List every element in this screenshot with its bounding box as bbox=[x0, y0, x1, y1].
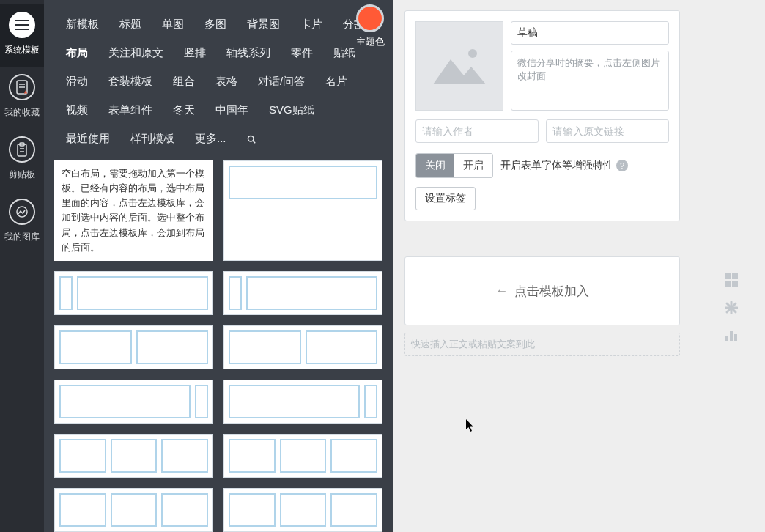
menu-item-21[interactable]: 冬天 bbox=[163, 96, 205, 125]
svg-marker-28 bbox=[466, 419, 473, 432]
menu-item-23[interactable]: SVG贴纸 bbox=[259, 96, 325, 125]
doc-star-icon bbox=[9, 74, 35, 100]
title-input[interactable] bbox=[511, 21, 669, 45]
bar-chart-icon[interactable] bbox=[724, 328, 739, 343]
layout-template[interactable] bbox=[54, 325, 213, 369]
menu-item-24[interactable]: 最近使用 bbox=[56, 125, 120, 153]
menu-item-4[interactable]: 背景图 bbox=[237, 10, 290, 39]
menu-item-5[interactable]: 卡片 bbox=[290, 10, 333, 39]
rail-item-my-images[interactable]: 我的图库 bbox=[0, 191, 44, 254]
menu-item-13[interactable]: 滑动 bbox=[56, 67, 98, 96]
template-drop-zone[interactable]: ← 点击模板加入 bbox=[404, 256, 680, 325]
rail-label: 系统模板 bbox=[4, 44, 40, 56]
layout-template[interactable] bbox=[223, 325, 382, 369]
rail-label: 我的收藏 bbox=[4, 106, 40, 119]
rail-item-clipboard[interactable]: 剪贴板 bbox=[0, 129, 44, 191]
quick-insert-input[interactable]: 快速插入正文或粘贴文案到此 bbox=[404, 333, 680, 356]
svg-point-12 bbox=[248, 136, 254, 141]
layout-template[interactable] bbox=[54, 380, 213, 424]
left-rail: 系统模板 我的收藏 剪贴板 我的图库 bbox=[0, 0, 44, 532]
svg-rect-25 bbox=[725, 336, 728, 341]
drop-hint-text: 点击模板加入 bbox=[514, 283, 589, 300]
arrow-left-icon: ← bbox=[496, 284, 509, 298]
menu-item-16[interactable]: 表格 bbox=[205, 67, 248, 96]
enhance-toggle[interactable]: 关闭 开启 bbox=[415, 153, 493, 178]
svg-line-13 bbox=[253, 141, 255, 143]
layout-template[interactable] bbox=[223, 160, 382, 261]
lines-icon bbox=[9, 12, 35, 38]
menu-item-15[interactable]: 组合 bbox=[163, 67, 205, 96]
template-panel: 新模板标题单图多图背景图卡片分割线布局关注和原文竖排轴线系列零件贴纸滑动套装模板… bbox=[44, 0, 393, 532]
category-menu: 新模板标题单图多图背景图卡片分割线布局关注和原文竖排轴线系列零件贴纸滑动套装模板… bbox=[44, 0, 393, 156]
menu-item-3[interactable]: 多图 bbox=[194, 10, 237, 39]
template-scroll[interactable]: 空白布局，需要拖动加入第一个模板。已经有内容的布局，选中布局里面的内容，点击左边… bbox=[44, 156, 393, 532]
menu-item-7[interactable]: 布局 bbox=[56, 39, 98, 67]
layout-template[interactable] bbox=[54, 488, 213, 532]
menu-item-8[interactable]: 关注和原文 bbox=[98, 39, 174, 67]
grid-view-icon[interactable] bbox=[724, 273, 739, 287]
menu-item-20[interactable]: 表单组件 bbox=[98, 96, 163, 125]
image-icon bbox=[9, 199, 35, 225]
menu-item-2[interactable]: 单图 bbox=[152, 10, 194, 39]
layout-template[interactable] bbox=[54, 434, 213, 478]
svg-rect-19 bbox=[725, 281, 731, 287]
toggle-on-button[interactable]: 开启 bbox=[454, 154, 492, 177]
layout-description: 空白布局，需要拖动加入第一个模板。已经有内容的布局，选中布局里面的内容，点击左边… bbox=[54, 160, 213, 261]
menu-item-26[interactable]: 更多... bbox=[185, 125, 237, 153]
search-icon[interactable] bbox=[237, 125, 266, 153]
article-meta-card: 微信分享时的摘要，点击左侧图片改封面 关闭 开启 开启表单字体等增强特性 ? 设… bbox=[404, 10, 680, 221]
floating-tools bbox=[724, 273, 739, 343]
editor-area: 微信分享时的摘要，点击左侧图片改封面 关闭 开启 开启表单字体等增强特性 ? 设… bbox=[404, 10, 680, 356]
menu-item-25[interactable]: 样刊模板 bbox=[120, 125, 185, 153]
set-tags-button[interactable]: 设置标签 bbox=[415, 187, 476, 210]
source-link-input[interactable] bbox=[546, 119, 669, 143]
svg-rect-17 bbox=[725, 273, 731, 279]
layout-template[interactable] bbox=[223, 488, 382, 532]
menu-item-14[interactable]: 套装模板 bbox=[98, 67, 163, 96]
menu-item-10[interactable]: 轴线系列 bbox=[216, 39, 281, 67]
layout-template[interactable] bbox=[223, 380, 382, 424]
menu-item-22[interactable]: 中国年 bbox=[205, 96, 259, 125]
svg-rect-20 bbox=[732, 281, 738, 287]
menu-item-19[interactable]: 视频 bbox=[56, 96, 98, 125]
rail-item-my-favorites[interactable]: 我的收藏 bbox=[0, 67, 44, 129]
svg-rect-18 bbox=[732, 273, 738, 279]
clipboard-icon bbox=[9, 136, 35, 163]
mouse-cursor-icon bbox=[466, 419, 475, 432]
menu-item-1[interactable]: 标题 bbox=[109, 10, 152, 39]
layout-template[interactable] bbox=[223, 271, 382, 315]
rail-item-system-templates[interactable]: 系统模板 bbox=[0, 4, 44, 67]
asterisk-icon[interactable] bbox=[724, 300, 739, 315]
menu-item-18[interactable]: 名片 bbox=[315, 67, 358, 96]
menu-item-9[interactable]: 竖排 bbox=[174, 39, 216, 67]
toggle-off-button[interactable]: 关闭 bbox=[416, 154, 454, 177]
menu-item-0[interactable]: 新模板 bbox=[56, 10, 109, 39]
svg-point-16 bbox=[468, 49, 477, 58]
rail-label: 剪贴板 bbox=[9, 169, 35, 181]
svg-rect-26 bbox=[730, 331, 733, 341]
rail-label: 我的图库 bbox=[4, 231, 40, 243]
layout-template[interactable] bbox=[54, 271, 213, 315]
summary-input[interactable]: 微信分享时的摘要，点击左侧图片改封面 bbox=[511, 51, 669, 111]
menu-item-11[interactable]: 零件 bbox=[281, 39, 323, 67]
layout-template[interactable] bbox=[223, 434, 382, 478]
cover-image-placeholder[interactable] bbox=[415, 21, 503, 111]
enhance-toggle-label: 开启表单字体等增强特性 ? bbox=[500, 159, 628, 172]
theme-color-badge[interactable]: 主题色 bbox=[347, 0, 393, 53]
theme-color-swatch bbox=[356, 4, 384, 32]
svg-rect-27 bbox=[734, 334, 737, 341]
template-grid: 空白布局，需要拖动加入第一个模板。已经有内容的布局，选中布局里面的内容，点击左边… bbox=[54, 160, 382, 532]
theme-color-label: 主题色 bbox=[347, 35, 393, 48]
menu-item-17[interactable]: 对话/问答 bbox=[248, 67, 315, 96]
help-icon[interactable]: ? bbox=[616, 160, 628, 171]
author-input[interactable] bbox=[415, 119, 539, 143]
